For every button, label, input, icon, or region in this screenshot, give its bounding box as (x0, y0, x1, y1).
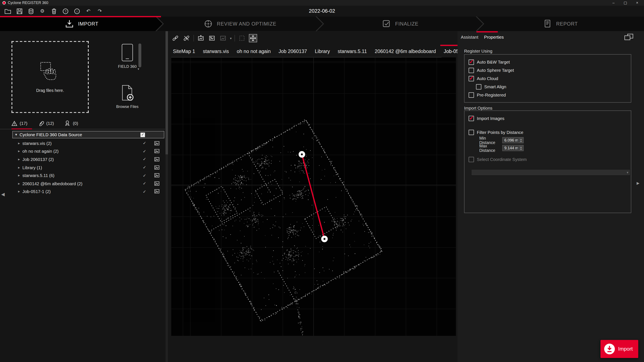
item-check-icon[interactable]: ✓ (143, 189, 146, 194)
caret-right-icon[interactable]: ▸ (18, 173, 20, 177)
tab-count: (0) (73, 121, 78, 126)
caret-right-icon[interactable]: ▸ (18, 165, 20, 169)
panel-layout-button[interactable] (624, 33, 634, 40)
max-distance-stepper[interactable]: ▲ ▼ (519, 145, 523, 151)
field360-source[interactable]: FIELD 360 (115, 43, 140, 69)
link-setups-button[interactable] (171, 34, 180, 42)
register-using-group: Auto B&W Target Auto Sphere Target Auto … (464, 54, 631, 103)
checkbox-auto-sphere-target[interactable]: Auto Sphere Target (469, 66, 627, 74)
workflow-step-review-optimize[interactable]: REVIEW AND OPTIMIZE (156, 16, 324, 31)
active-tab-indicator (476, 31, 498, 32)
tree-item[interactable]: ▸ oh no not again (2) ✓ (0, 147, 165, 155)
tree-item[interactable]: ▸ Library (1) ✓ (0, 163, 165, 171)
tab-attachments[interactable]: (12) (38, 120, 54, 126)
minimize-button[interactable]: – (612, 1, 615, 5)
toolbar-dropdown-caret[interactable]: ▾ (230, 36, 232, 40)
tab-flags[interactable]: (0) (65, 120, 78, 126)
tab-properties[interactable]: Properties (484, 34, 504, 39)
app-logo-icon (2, 1, 6, 5)
caret-right-icon[interactable]: ▸ (18, 157, 20, 161)
caret-right-icon[interactable]: ▸ (18, 189, 20, 193)
close-button[interactable]: × (636, 1, 638, 5)
min-distance-stepper[interactable]: ▲ ▼ (519, 137, 523, 143)
chevron-down-icon[interactable]: ▾ (138, 67, 139, 71)
item-check-icon[interactable]: ✓ (143, 165, 146, 170)
workflow-step-import[interactable]: IMPORT (0, 16, 164, 31)
viewer-tab[interactable]: Library (315, 48, 330, 54)
checkbox-import-images[interactable]: Import Images (469, 114, 627, 122)
workflow-step-report[interactable]: REPORT (477, 16, 644, 31)
report-icon (543, 19, 552, 28)
viewer-tab[interactable]: 2060142 @6m albedoboard (375, 48, 436, 54)
application-window: Cyclone REGISTER 360 – ▢ × ⚙ ? i ↶ ↷ 202… (0, 0, 644, 362)
root-checkbox[interactable]: ✓ (140, 132, 145, 137)
viewer-tab[interactable]: starwars.vis (203, 48, 229, 54)
item-check-icon[interactable]: ✓ (143, 173, 146, 178)
spinner-down-icon[interactable]: ▼ (520, 140, 522, 142)
left-panel-scrollbar[interactable] (166, 31, 168, 362)
point-cloud-outline (185, 120, 382, 321)
paperclip-icon (38, 120, 44, 126)
viewer-toolbar: ▾ (171, 33, 257, 43)
checkbox-auto-bw-target[interactable]: Auto B&W Target (469, 58, 627, 66)
checkbox-smart-align[interactable]: Smart Align (476, 83, 627, 91)
device-list-scrollbar[interactable] (138, 43, 141, 67)
caret-right-icon[interactable]: ▸ (18, 141, 20, 145)
source-list-tabs: (17) (12) (0) (12, 118, 78, 128)
workflow-step-finalize[interactable]: FINALIZE (317, 16, 484, 31)
viewer-tab[interactable]: Job 2060137 (278, 48, 307, 54)
image-adjust-button[interactable] (219, 34, 227, 42)
checkbox-select-coordinate-system[interactable]: Select Coordinate System (469, 155, 627, 163)
item-check-icon[interactable]: ✓ (143, 149, 146, 153)
checkbox-auto-cloud[interactable]: Auto Cloud (469, 74, 627, 83)
viewer-tab[interactable]: oh no not again (237, 48, 271, 54)
tab-assistant[interactable]: Assistant (461, 34, 478, 39)
checkbox-filter-points[interactable]: Filter Points by Distance (469, 128, 627, 136)
caret-down-icon[interactable]: ▾ (15, 133, 17, 137)
unlink-setups-button[interactable] (182, 34, 190, 42)
viewer-tab[interactable]: SiteMap 1 (173, 48, 195, 54)
checkbox-icon (469, 59, 474, 65)
tree-item[interactable]: ▸ Job-0517-1 (2) ✓ (0, 188, 165, 196)
tree-root-label: Cyclone FIELD 360 Data Source (20, 132, 82, 137)
coordinate-system-select[interactable]: ▾ (471, 169, 630, 176)
scrollbar-thumb[interactable] (166, 31, 168, 154)
tab-issues[interactable]: (17) (12, 121, 27, 126)
drag-area-label: Drag files here. (36, 88, 64, 93)
tree-item[interactable]: ▸ starwars.vis (2) ✓ (0, 139, 165, 147)
point-cloud-viewport[interactable] (171, 57, 456, 336)
viewer-tab[interactable]: starwars.5.11 (338, 48, 367, 54)
browse-files-button[interactable]: Browse Files (114, 84, 141, 109)
expand-right-panel-button[interactable]: ▶ (636, 181, 639, 185)
checkbox-label: Auto B&W Target (477, 59, 510, 64)
spinner-down-icon[interactable]: ▼ (520, 148, 522, 150)
auto-cloud-align-button[interactable] (197, 34, 205, 42)
import-button[interactable]: Import (600, 340, 638, 358)
tree-item[interactable]: ▸ Job 2060137 (2) ✓ (0, 155, 165, 163)
checkbox-pre-registered[interactable]: Pre-Registered (469, 91, 627, 99)
tablet-icon (115, 43, 140, 62)
data-source-tree: ▾ Cyclone FIELD 360 Data Source ✓ ▸ star… (0, 131, 165, 195)
drag-drop-area[interactable]: Drag files here. (12, 41, 88, 113)
maximize-button[interactable]: ▢ (624, 1, 627, 5)
tree-root-row[interactable]: ▾ Cyclone FIELD 360 Data Source ✓ (12, 131, 164, 138)
move-tool-button[interactable] (249, 34, 257, 42)
image-icon (154, 157, 159, 161)
caret-right-icon[interactable]: ▸ (18, 149, 20, 153)
tree-item[interactable]: ▸ starwars.5.11 (6) ✓ (0, 171, 165, 179)
item-check-icon[interactable]: ✓ (143, 181, 146, 186)
image-icon (154, 149, 159, 153)
caret-right-icon[interactable]: ▸ (18, 181, 20, 185)
tree-item[interactable]: ▸ 2060142 @6m albedoboard (2) ✓ (0, 179, 165, 187)
item-check-icon[interactable]: ✓ (143, 141, 146, 145)
checkbox-icon (469, 68, 474, 73)
visual-alignment-button[interactable] (208, 34, 216, 42)
image-icon (154, 181, 159, 185)
item-check-icon[interactable]: ✓ (143, 157, 146, 162)
import-icon (65, 19, 74, 28)
checkbox-icon (469, 157, 474, 162)
badge-icon (65, 120, 70, 126)
collapse-left-panel-button[interactable]: ◀ (1, 192, 5, 197)
toolbar-separator (234, 35, 235, 41)
rectangle-select-button[interactable] (238, 34, 246, 42)
